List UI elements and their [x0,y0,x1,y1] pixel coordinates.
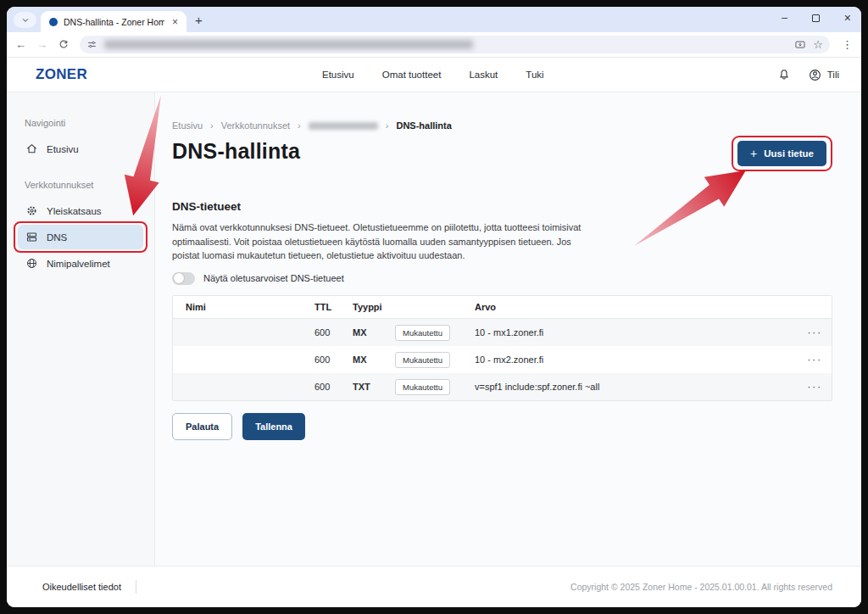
col-header-ttl: TTL [314,302,353,312]
table-header-row: Nimi TTL Tyyppi Arvo [173,296,832,319]
cell-type: MX [353,354,395,365]
sidebar-item-nimipalvelimet[interactable]: Nimipalvelimet [18,251,143,276]
show-default-records-toggle[interactable] [172,272,195,285]
custom-badge: Mukautettu [395,352,450,368]
close-window-button[interactable]: × [844,13,851,23]
sidebar-section-navigointi: Navigointi [25,118,136,128]
table-row: 600 MX Mukautettu 10 - mx1.zoner.fi ··· [173,319,832,346]
sidebar-item-label: Nimipalvelimet [47,259,110,269]
sidebar-item-etusivu[interactable]: Etusivu [18,137,143,161]
minimize-button[interactable]: – [782,13,787,23]
section-heading: DNS-tietueet [172,200,832,213]
breadcrumb-domain-redacted[interactable] [309,122,378,130]
sidebar-section-verkkotunnukset: Verkkotunnukset [25,180,136,190]
legal-link[interactable]: Oikeudelliset tiedot [42,582,121,592]
dns-records-section: DNS-tietueet Nämä ovat verkkotunnuksesi … [172,200,832,440]
browser-tab[interactable]: DNS-hallinta - Zoner Home × [41,11,186,32]
breadcrumb-etusivu[interactable]: Etusivu [172,120,203,131]
site-footer: Oikeudelliset tiedot Copyright © 2025 Zo… [7,566,861,607]
plus-icon: + [750,149,757,158]
main-nav: Etusivu Omat tuotteet Laskut Tuki [322,70,544,80]
table-row: 600 MX Mukautettu 10 - mx2.zoner.fi ··· [173,346,832,373]
nav-laskut[interactable]: Laskut [469,70,498,80]
cell-value: 10 - mx2.zoner.fi [475,354,798,365]
cell-ttl: 600 [314,354,353,365]
row-actions-icon[interactable]: ··· [798,380,832,393]
forward-button[interactable]: → [36,38,47,51]
section-description: Nämä ovat verkkotunnuksesi DNS-tietueet.… [172,220,598,263]
toggle-knob [174,273,184,283]
globe-icon [25,257,38,270]
url-text-redacted [104,40,473,49]
reload-button[interactable] [58,39,70,51]
bell-icon [777,68,791,81]
cell-value: v=spf1 include:spf.zoner.fi ~all [475,382,798,392]
site-settings-icon[interactable] [86,39,97,50]
new-record-button-label: Uusi tietue [764,148,814,159]
sidebar-item-label: DNS [47,232,67,243]
back-button[interactable]: ← [15,38,26,51]
account-button[interactable]: Tili [808,68,839,82]
cell-value: 10 - mx1.zoner.fi [475,327,798,338]
browser-toolbar: ← → ☆ ⋮ [7,32,861,58]
bookmark-star-icon[interactable]: ☆ [813,38,823,51]
sidebar-item-label: Etusivu [47,144,79,154]
tab-title: DNS-hallinta - Zoner Home [64,17,164,27]
dns-records-table: Nimi TTL Tyyppi Arvo 600 MX Mukautettu 1… [172,295,832,401]
col-header-nimi: Nimi [186,302,314,312]
breadcrumb-separator: › [210,120,214,131]
zoner-logo[interactable]: ZONER [36,66,87,83]
browser-menu-icon[interactable]: ⋮ [840,38,853,51]
window-controls: – × [782,13,851,23]
tab-search-button[interactable] [14,12,36,28]
nav-etusivu[interactable]: Etusivu [322,70,354,80]
breadcrumb-current: DNS-hallinta [396,120,451,131]
header-right: Tili [777,68,839,82]
gear-icon [25,204,38,217]
col-header-tyyppi: Tyyppi [353,302,395,312]
breadcrumb: Etusivu › Verkkotunnukset › › DNS-hallin… [172,120,832,131]
cell-ttl: 600 [314,382,353,392]
tab-close-icon[interactable]: × [170,16,180,28]
cell-ttl: 600 [314,327,353,338]
user-icon [808,68,822,82]
breadcrumb-separator: › [386,120,389,131]
table-row: 600 TXT Mukautettu v=spf1 include:spf.zo… [173,373,832,400]
cell-type: MX [353,327,395,338]
reset-button[interactable]: Palauta [172,413,232,440]
nav-omat-tuotteet[interactable]: Omat tuotteet [382,70,442,80]
new-record-button[interactable]: + Uusi tietue [737,141,826,166]
dns-records-icon [25,231,38,243]
site-header: ZONER Etusivu Omat tuotteet Laskut Tuki … [7,58,861,92]
address-bar[interactable]: ☆ [80,36,830,53]
row-actions-icon[interactable]: ··· [798,353,832,366]
custom-badge: Mukautettu [395,325,450,341]
row-actions-icon[interactable]: ··· [798,326,832,338]
sidebar-item-dns[interactable]: DNS [18,225,143,249]
col-header-arvo: Arvo [475,302,798,312]
reload-icon [58,39,70,51]
browser-tabstrip: DNS-hallinta - Zoner Home × + – × [7,7,861,32]
save-button[interactable]: Tallenna [242,413,305,440]
account-label: Tili [827,70,839,80]
send-to-device-button[interactable] [794,39,806,51]
send-to-device-icon [794,39,806,51]
home-icon [25,142,38,155]
custom-badge: Mukautettu [395,379,450,395]
toggle-label: Näytä oletusarvoiset DNS-tietueet [203,273,344,283]
nav-tuki[interactable]: Tuki [526,70,543,80]
footer-divider [136,580,136,594]
sidebar-item-yleiskatsaus[interactable]: Yleiskatsaus [18,198,143,223]
copyright-text: Copyright © 2025 Zoner Home - 2025.01.00… [570,582,832,592]
cell-type: TXT [353,382,395,392]
breadcrumb-verkkotunnukset[interactable]: Verkkotunnukset [221,120,290,131]
notifications-button[interactable] [777,68,791,81]
maximize-button[interactable] [812,14,820,22]
app-body: Navigointi Etusivu Verkkotunnukset Yleis… [7,92,861,566]
chevron-down-icon [20,15,31,25]
browser-window: DNS-hallinta - Zoner Home × + – × ← → ☆ … [7,7,861,607]
sidebar: Navigointi Etusivu Verkkotunnukset Yleis… [7,92,155,566]
new-tab-button[interactable]: + [195,13,203,27]
sidebar-item-label: Yleiskatsaus [47,206,102,216]
page-title: DNS-hallinta [172,139,300,164]
